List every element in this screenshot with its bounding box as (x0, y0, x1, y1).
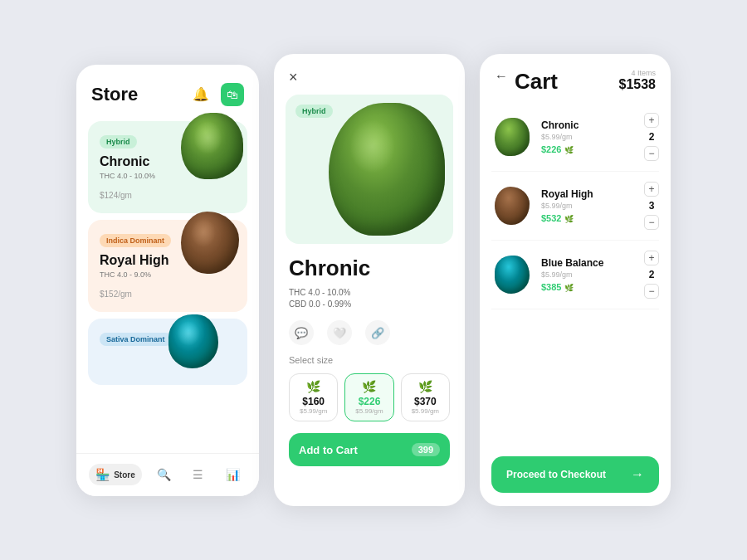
bud-royalhigh (181, 212, 239, 274)
qty-increase-bluebalance[interactable]: + (644, 251, 659, 265)
price-unit-royalhigh: /gm (118, 290, 132, 299)
nav-store[interactable]: 🏪 Store (89, 464, 142, 485)
cart-item-price-bluebalance: $385 🌿 (541, 282, 636, 292)
size-unit-3: $5.99/gm (406, 407, 445, 415)
badge-sativa: Sativa Dominant (100, 333, 172, 346)
nav-stats[interactable]: 📊 (219, 464, 247, 485)
store-navigation: 🏪 Store 🔍 ☰ 📊 (76, 453, 259, 496)
size-leaf-1: 🌿 (294, 380, 333, 393)
like-icon[interactable]: 🤍 (327, 320, 352, 345)
detail-header: × (274, 54, 465, 86)
badge-indica: Indica Dominant (100, 234, 171, 247)
product-image-royalhigh (181, 212, 251, 290)
cart-item-qty-royalhigh: + 3 − (644, 182, 659, 230)
size-unit-2: $5.99/gm (349, 407, 388, 415)
cart-item-img-bluebalance (491, 252, 533, 298)
stats-nav-icon: 📊 (226, 468, 240, 481)
detail-body: Chronic THC 4.0 - 10.0% CBD 0.0 - 0.99% … (274, 244, 465, 478)
price-unit-chronic: /gm (118, 191, 132, 200)
comment-icon[interactable]: 💬 (289, 320, 314, 345)
cart-items-list: Chronic $5.99/gm $226 🌿 + 2 − (480, 103, 671, 445)
add-cart-label: Add to Cart (299, 444, 358, 456)
checkout-button[interactable]: Proceed to Checkout → (491, 456, 659, 493)
store-header-icons: 🔔 🛍 (189, 83, 244, 106)
product-image-chronic (181, 113, 251, 192)
size-leaf-3: 🌿 (406, 380, 445, 393)
screen-store: Store 🔔 🛍 Hybrid Chronic THC 4.0 - 10.0%… (76, 65, 259, 496)
size-option-3[interactable]: 🌿 $370 $5.99/gm (401, 373, 450, 421)
cart-title: Cart (515, 69, 619, 95)
checkout-label: Proceed to Checkout (506, 469, 606, 480)
bud-cart-chronic (495, 118, 530, 156)
badge-hybrid: Hybrid (100, 135, 137, 149)
qty-decrease-chronic[interactable]: − (644, 146, 659, 161)
cart-item-unit-chronic: $5.99/gm (541, 133, 636, 141)
cart-item-name-chronic: Chronic (541, 119, 636, 131)
leaf-icon-chronic: 🌿 (564, 146, 574, 154)
cart-items-count: 4 Items (619, 69, 657, 77)
cart-item-price-chronic: $226 🌿 (541, 144, 636, 154)
detail-badge: Hybrid (295, 105, 333, 118)
menu-nav-icon: ☰ (193, 468, 203, 481)
cart-item-info-bluebalance: Blue Balance $5.99/gm $385 🌿 (541, 257, 636, 292)
size-option-1[interactable]: 🌿 $160 $5.99/gm (289, 373, 338, 421)
store-header: Store 🔔 🛍 (76, 65, 259, 114)
product-card-sativa[interactable]: Sativa Dominant (88, 319, 247, 385)
nav-search[interactable]: 🔍 (150, 464, 178, 485)
qty-num-bluebalance: 2 (649, 269, 655, 280)
cart-item-info-chronic: Chronic $5.99/gm $226 🌿 (541, 119, 636, 154)
screens-container: Store 🔔 🛍 Hybrid Chronic THC 4.0 - 10.0%… (60, 29, 687, 531)
cart-count-badge: 399 (412, 443, 440, 456)
detail-thc: THC 4.0 - 10.0% (289, 288, 450, 297)
qty-increase-royalhigh[interactable]: + (644, 182, 659, 197)
product-image-sativa (168, 314, 239, 393)
notification-icon[interactable]: 🔔 (189, 83, 212, 106)
screen-detail: × Hybrid Chronic THC 4.0 - 10.0% CBD 0.0… (274, 54, 465, 506)
close-button[interactable]: × (289, 69, 298, 86)
bud-cart-royalhigh (495, 187, 530, 225)
detail-hero: Hybrid (286, 95, 453, 244)
detail-actions: 💬 🤍 🔗 (289, 320, 450, 345)
leaf-icon-bluebalance: 🌿 (564, 284, 574, 292)
screen-cart: ← Cart 4 Items $1538 Chronic $5.99/gm $2… (480, 54, 671, 506)
cart-item-royalhigh: Royal High $5.99/gm $532 🌿 + 3 − (491, 172, 659, 241)
cart-item-info-royalhigh: Royal High $5.99/gm $532 🌿 (541, 188, 636, 223)
size-price-1: $160 (294, 396, 333, 407)
cart-item-qty-chronic: + 2 − (644, 113, 659, 161)
cart-total: $1538 (619, 77, 657, 92)
cart-item-qty-bluebalance: + 2 − (644, 251, 659, 299)
share-icon[interactable]: 🔗 (365, 320, 390, 345)
cart-item-img-chronic (491, 114, 533, 160)
size-price-2: $226 (349, 396, 388, 407)
store-title: Store (91, 84, 138, 105)
add-to-cart-button[interactable]: Add to Cart 399 (289, 433, 450, 466)
cart-item-unit-bluebalance: $5.99/gm (541, 270, 636, 279)
checkout-arrow-icon: → (631, 467, 644, 482)
search-nav-icon: 🔍 (157, 468, 171, 481)
bud-sativa (168, 314, 218, 368)
cart-item-unit-royalhigh: $5.99/gm (541, 202, 636, 210)
leaf-icon-royalhigh: 🌿 (564, 215, 574, 223)
cart-item-chronic: Chronic $5.99/gm $226 🌿 + 2 − (491, 103, 659, 172)
product-card-royalhigh[interactable]: Indica Dominant Royal High THC 4.0 - 9.0… (88, 220, 247, 312)
qty-increase-chronic[interactable]: + (644, 113, 659, 128)
product-card-chronic[interactable]: Hybrid Chronic THC 4.0 - 10.0% $124/gm (88, 121, 247, 213)
cart-item-price-royalhigh: $532 🌿 (541, 213, 636, 223)
qty-num-royalhigh: 3 (649, 200, 655, 212)
cart-item-name-bluebalance: Blue Balance (541, 257, 636, 269)
back-button[interactable]: ← (495, 69, 508, 84)
size-price-3: $370 (406, 396, 445, 407)
size-option-2[interactable]: 🌿 $226 $5.99/gm (344, 373, 393, 421)
qty-decrease-bluebalance[interactable]: − (644, 284, 659, 299)
detail-cbd: CBD 0.0 - 0.99% (289, 299, 450, 309)
detail-bud-image (329, 103, 445, 236)
store-nav-icon: 🏪 (95, 468, 110, 481)
select-size-label: Select size (289, 355, 450, 365)
bud-chronic (181, 113, 243, 179)
nav-menu[interactable]: ☰ (186, 464, 210, 485)
cart-item-bluebalance: Blue Balance $5.99/gm $385 🌿 + 2 − (491, 241, 659, 309)
qty-decrease-royalhigh[interactable]: − (644, 215, 659, 230)
cart-icon[interactable]: 🛍 (221, 83, 244, 106)
cart-header: ← Cart 4 Items $1538 (480, 54, 671, 103)
bud-cart-bluebalance (495, 256, 530, 294)
